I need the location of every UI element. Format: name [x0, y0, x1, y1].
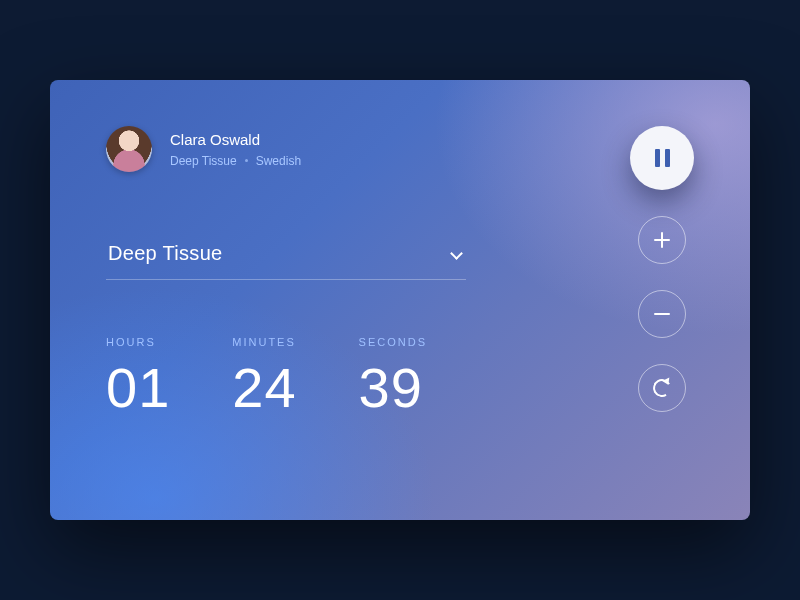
timer-minutes-value: 24 — [232, 360, 296, 416]
card-header: Clara Oswald Deep Tissue Swedish — [106, 126, 694, 172]
treatment-selector[interactable]: Deep Tissue — [106, 242, 466, 280]
pause-button[interactable] — [630, 126, 694, 190]
timer-display: HOURS 01 MINUTES 24 SECONDS 39 — [106, 336, 694, 416]
timer-seconds-value: 39 — [359, 360, 427, 416]
timer-hours-label: HOURS — [106, 336, 170, 348]
timer-minutes-label: MINUTES — [232, 336, 296, 348]
add-time-button[interactable] — [638, 216, 686, 264]
tag-separator — [245, 159, 248, 162]
timer-card: Clara Oswald Deep Tissue Swedish Deep Ti… — [50, 80, 750, 520]
pause-icon — [655, 149, 670, 167]
reset-icon — [652, 378, 672, 398]
avatar — [106, 126, 152, 172]
timer-seconds-label: SECONDS — [359, 336, 427, 348]
user-tag: Deep Tissue — [170, 154, 237, 168]
treatment-selector-label: Deep Tissue — [108, 242, 222, 265]
user-name: Clara Oswald — [170, 131, 301, 148]
timer-minutes: MINUTES 24 — [232, 336, 296, 416]
user-tag: Swedish — [256, 154, 301, 168]
chevron-down-icon — [450, 248, 462, 260]
plus-icon — [654, 232, 670, 248]
timer-seconds: SECONDS 39 — [359, 336, 427, 416]
user-tags: Deep Tissue Swedish — [170, 154, 301, 168]
minus-icon — [654, 313, 670, 315]
timer-hours: HOURS 01 — [106, 336, 170, 416]
timer-hours-value: 01 — [106, 360, 170, 416]
timer-controls — [630, 126, 694, 412]
user-meta: Clara Oswald Deep Tissue Swedish — [170, 131, 301, 168]
reset-button[interactable] — [638, 364, 686, 412]
subtract-time-button[interactable] — [638, 290, 686, 338]
